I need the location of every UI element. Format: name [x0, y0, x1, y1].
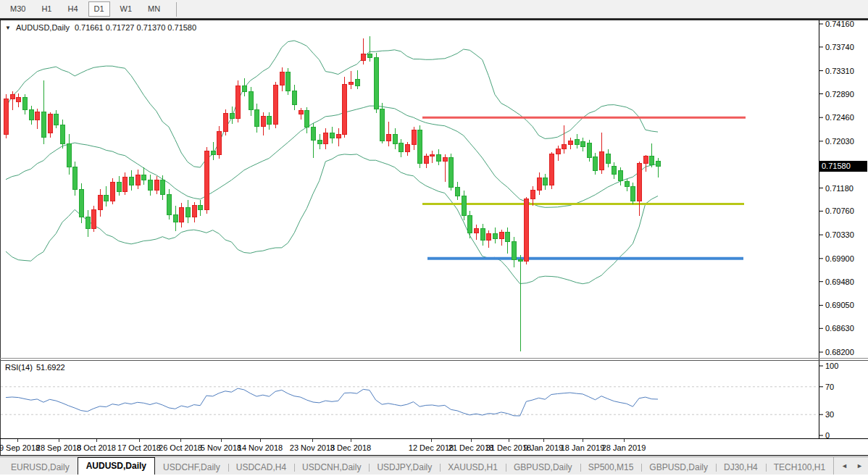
date-label: 18 Jan 2019 [561, 443, 605, 452]
rsi-value: 51.6922 [36, 363, 65, 372]
timeframe-button-m30[interactable]: M30 [4, 1, 31, 17]
timeframe-button-mn[interactable]: MN [142, 1, 166, 17]
date-label: 26 Oct 2018 [159, 443, 202, 452]
rsi-line [6, 388, 658, 416]
chart-tab-usdchf-daily[interactable]: USDCHF,Daily [155, 461, 228, 475]
date-label: 23 Nov 2018 [290, 443, 335, 452]
date-label: 8 Oct 2018 [77, 443, 116, 452]
tab-scroll-arrows: ◄ ► [833, 457, 868, 475]
date-label: 5 Nov 2018 [201, 443, 241, 452]
price-axis-label: 0.73310 [825, 67, 854, 75]
price-chart-canvas[interactable]: 0.741600.737400.733100.728900.724600.720… [0, 20, 868, 456]
rsi-scale: 10070300 [819, 362, 838, 440]
chart-symbol-label: AUDUSD,Daily [16, 23, 70, 32]
rsi-scale-label: 70 [825, 383, 834, 391]
chart-ohlc-values: 0.71661 0.71727 0.71370 0.71580 [75, 23, 196, 32]
date-label: 14 Nov 2018 [238, 443, 283, 452]
bollinger-bands [6, 41, 658, 284]
price-axis-label: 0.68200 [825, 348, 854, 356]
chart-tab-usdcad-h4[interactable]: USDCAD,H4 [228, 461, 294, 475]
timeframe-toolbar: M30H1H4D1W1MN [0, 0, 868, 20]
chart-tab-usdcnh-daily[interactable]: USDCNH,Daily [294, 461, 369, 475]
mt4-terminal: M30H1H4D1W1MN 0.741600.737400.733100.728… [0, 0, 868, 476]
price-axis-label: 0.69480 [825, 277, 854, 286]
price-axis-label: 0.68630 [825, 324, 854, 333]
price-axis-label: 0.73740 [825, 43, 854, 51]
timeframe-button-h1[interactable]: H1 [36, 1, 57, 17]
chart-window[interactable]: 0.741600.737400.733100.728900.724600.720… [0, 20, 868, 456]
timeframe-button-w1[interactable]: W1 [114, 1, 138, 17]
symbol-tab-bar: EURUSD,DailyAUDUSD,DailyUSDCHF,DailyUSDC… [0, 456, 868, 475]
time-axis[interactable]: 19 Sep 201828 Sep 20188 Oct 201817 Oct 2… [0, 439, 646, 452]
date-label: 12 Dec 2018 [409, 443, 454, 452]
chart-tab-gbpusd-daily[interactable]: GBPUSD,Daily [506, 461, 580, 475]
chart-tab-sp500-m15[interactable]: SP500,M15 [580, 461, 642, 475]
rsi-scale-label: 100 [825, 362, 838, 370]
price-axis-label: 0.74160 [825, 20, 854, 28]
scroll-left-icon[interactable]: ◄ [841, 462, 848, 469]
chevron-down-icon[interactable]: ▼ [5, 25, 11, 31]
price-axis-label: 0.72460 [825, 113, 854, 122]
price-axis-label: 0.70330 [825, 230, 854, 239]
rsi-indicator-label: RSI(14) 51.6922 [5, 363, 65, 372]
chart-tab-usdjpy-daily[interactable]: USDJPY,Daily [369, 461, 440, 475]
chart-tab-gbpusd-daily[interactable]: GBPUSD,Daily [641, 461, 716, 475]
candlesticks [4, 36, 661, 352]
date-label: 9 Jan 2019 [524, 443, 563, 452]
rsi-title: RSI(14) [5, 363, 33, 372]
price-axis-label: 0.72890 [825, 90, 854, 99]
rsi-scale-label: 0 [825, 431, 830, 440]
chart-tab-tech100-h1[interactable]: TECH100,H1 [766, 461, 833, 475]
timeframe-buttons: M30H1H4D1W1MN [4, 1, 170, 17]
chart-tab-audusd-daily[interactable]: AUDUSD,Daily [78, 457, 155, 475]
bollinger-middle-line [6, 106, 658, 207]
chart-tab-dj30-h4[interactable]: DJ30,H4 [716, 461, 766, 475]
price-axis-label: 0.71180 [825, 184, 854, 193]
price-axis-label: 0.69900 [825, 254, 854, 263]
chart-title: ▼ AUDUSD,Daily 0.71661 0.71727 0.71370 0… [5, 23, 196, 32]
timeframe-button-h4[interactable]: H4 [62, 1, 83, 17]
timeframe-button-d1[interactable]: D1 [88, 1, 110, 17]
chart-tab-eurusd-daily[interactable]: EURUSD,Daily [3, 461, 78, 475]
chart-tab-xauusd-h1[interactable]: XAUUSD,H1 [440, 461, 506, 475]
date-label: 28 Jan 2019 [602, 443, 646, 452]
date-label: 3 Dec 2018 [330, 443, 371, 452]
bollinger-lower-line [6, 154, 658, 284]
date-label: 19 Sep 2018 [0, 443, 40, 452]
symbol-tabs: EURUSD,DailyAUDUSD,DailyUSDCHF,DailyUSDC… [3, 457, 833, 475]
price-axis-label: 0.69050 [825, 301, 854, 309]
price-axis[interactable]: 0.741600.737400.733100.728900.724600.720… [819, 20, 854, 356]
rsi-scale-label: 30 [825, 410, 834, 419]
date-label: 28 Sep 2018 [36, 443, 81, 452]
price-axis-label: 0.72030 [825, 137, 854, 146]
date-label: 17 Oct 2018 [117, 443, 161, 452]
current-price-badge: 0.71580 [819, 161, 867, 172]
bollinger-upper-line [6, 41, 658, 167]
scroll-right-icon[interactable]: ► [856, 462, 863, 469]
price-axis-label: 0.70760 [825, 206, 854, 215]
toolbar-divider [176, 2, 177, 17]
